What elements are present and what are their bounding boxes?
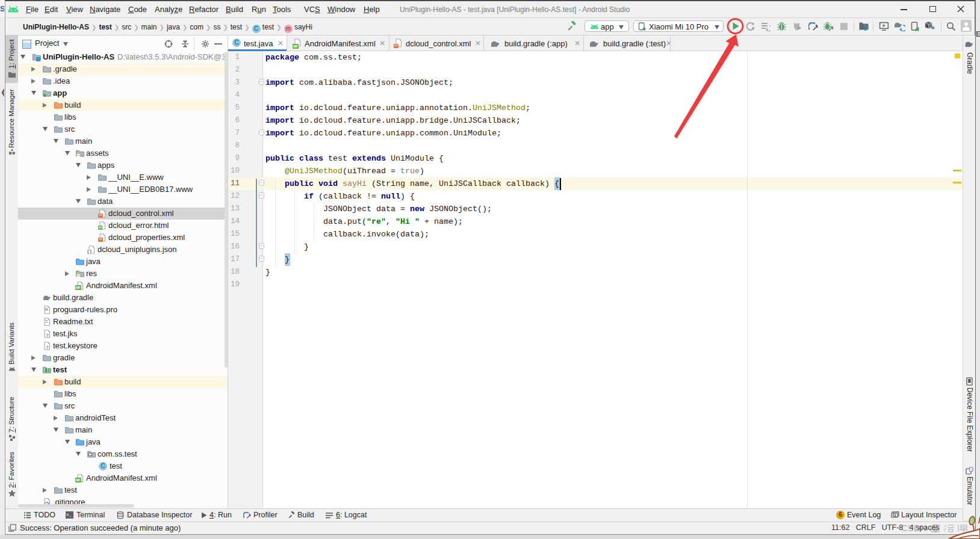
svg-text:A: A <box>751 26 754 31</box>
